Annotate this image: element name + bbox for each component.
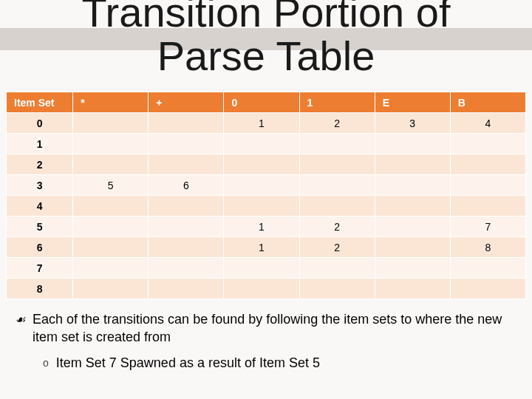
table-cell: 2 — [299, 113, 375, 134]
col-header: 0 — [224, 92, 299, 113]
table-cell: 6 — [149, 175, 224, 196]
col-header: * — [73, 92, 149, 113]
bullet-icon: ☙ — [15, 310, 25, 347]
bullet-list: ☙ Each of the transitions can be found b… — [15, 310, 517, 372]
table-cell — [149, 113, 224, 134]
col-header: + — [149, 92, 224, 113]
row-label: 6 — [7, 237, 73, 258]
table-cell — [375, 216, 450, 237]
table-cell — [299, 134, 375, 154]
table-cell — [149, 258, 224, 279]
table-row: 6128 — [7, 237, 526, 258]
table-cell — [73, 113, 149, 134]
table-row: 1 — [7, 134, 526, 154]
table-cell — [450, 134, 525, 154]
table-cell — [375, 196, 450, 216]
col-header: E — [375, 92, 450, 113]
bullet-text: Each of the transitions can be found by … — [33, 310, 517, 347]
table-cell — [73, 237, 149, 258]
table-cell — [299, 154, 375, 175]
table-cell — [450, 258, 525, 279]
parse-table: Item Set * + 0 1 E B 0123412356451276128… — [6, 92, 526, 299]
row-label: 7 — [7, 258, 73, 279]
table-cell — [450, 196, 525, 216]
title-line-1: Transition Portion of — [81, 0, 450, 35]
row-label: 4 — [7, 196, 73, 216]
table-header-row: Item Set * + 0 1 E B — [7, 92, 526, 113]
table-row: 5127 — [7, 216, 526, 237]
table-cell — [73, 279, 149, 299]
table-cell — [73, 196, 149, 216]
table-cell — [450, 279, 525, 299]
row-label: 8 — [7, 279, 73, 299]
table-cell — [375, 175, 450, 196]
table-cell: 8 — [450, 237, 525, 258]
row-label: 1 — [7, 134, 73, 154]
row-label: 2 — [7, 154, 73, 175]
table-row: 356 — [7, 175, 526, 196]
row-label: 3 — [7, 175, 73, 196]
table-cell — [149, 216, 224, 237]
table-cell — [73, 258, 149, 279]
table-row: 01234 — [7, 113, 526, 134]
table-cell — [375, 258, 450, 279]
table-cell — [224, 196, 299, 216]
table-cell: 2 — [299, 237, 375, 258]
table-cell — [149, 154, 224, 175]
table-cell — [73, 134, 149, 154]
table-cell: 1 — [224, 216, 299, 237]
table-cell — [450, 175, 525, 196]
col-header: B — [450, 92, 525, 113]
table-cell — [375, 134, 450, 154]
table-cell: 4 — [450, 113, 525, 134]
bullet-sub-item: o Item Set 7 Spawned as a result of Item… — [43, 354, 517, 372]
table-cell: 3 — [375, 113, 450, 134]
table-row: 7 — [7, 258, 526, 279]
page-title: Transition Portion of Parse Table — [0, 0, 532, 78]
row-label: 5 — [7, 216, 73, 237]
table-cell: 7 — [450, 216, 525, 237]
table-cell — [149, 237, 224, 258]
table-cell — [224, 258, 299, 279]
table-cell — [299, 175, 375, 196]
table-cell — [149, 196, 224, 216]
table-row: 2 — [7, 154, 526, 175]
table-cell — [375, 279, 450, 299]
table-row: 4 — [7, 196, 526, 216]
table-cell — [224, 175, 299, 196]
table-cell — [299, 196, 375, 216]
table-cell: 2 — [299, 216, 375, 237]
table-cell: 1 — [224, 113, 299, 134]
table-cell — [299, 279, 375, 299]
bullet-item: ☙ Each of the transitions can be found b… — [15, 310, 517, 347]
col-header: 1 — [299, 92, 375, 113]
table-cell — [375, 237, 450, 258]
table-cell — [224, 134, 299, 154]
col-header: Item Set — [7, 92, 73, 113]
table-cell — [149, 279, 224, 299]
row-label: 0 — [7, 113, 73, 134]
bullet-sub-text: Item Set 7 Spawned as a result of Item S… — [56, 354, 320, 372]
table-cell — [224, 154, 299, 175]
table-cell — [299, 258, 375, 279]
table-cell — [73, 154, 149, 175]
table-cell: 5 — [73, 175, 149, 196]
table-cell — [224, 279, 299, 299]
bullet-sub-icon: o — [43, 354, 49, 372]
table-cell — [375, 154, 450, 175]
table-row: 8 — [7, 279, 526, 299]
table-cell: 1 — [224, 237, 299, 258]
table-cell — [73, 216, 149, 237]
title-line-2: Parse Table — [157, 33, 375, 79]
table-cell — [149, 134, 224, 154]
table-cell — [450, 154, 525, 175]
